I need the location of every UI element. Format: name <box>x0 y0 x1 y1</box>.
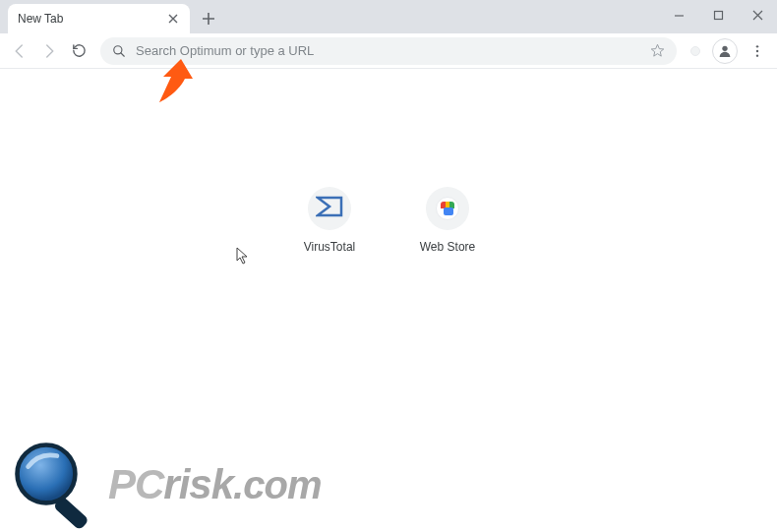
webstore-icon <box>436 197 459 220</box>
tab-title: New Tab <box>18 12 166 26</box>
close-window-button[interactable] <box>738 0 777 30</box>
kebab-menu-icon[interactable] <box>744 37 771 65</box>
search-icon <box>112 44 126 58</box>
maximize-button[interactable] <box>698 0 738 30</box>
svg-point-2 <box>722 45 727 50</box>
tab-strip: New Tab <box>0 0 777 33</box>
toolbar <box>0 33 777 69</box>
magnifier-icon <box>12 440 102 530</box>
shortcut-webstore[interactable]: Web Store <box>408 187 487 254</box>
bookmark-star-icon[interactable] <box>650 43 665 58</box>
new-tab-button[interactable] <box>196 6 221 31</box>
close-tab-icon[interactable] <box>166 12 180 26</box>
extension-indicator[interactable] <box>690 46 700 56</box>
reload-button[interactable] <box>65 37 92 65</box>
virustotal-icon <box>316 196 343 221</box>
svg-rect-0 <box>714 11 722 19</box>
shortcut-tile <box>426 187 469 230</box>
shortcuts-row: VirusTotal Web Store <box>290 187 487 254</box>
svg-point-5 <box>756 54 758 56</box>
back-button[interactable] <box>6 37 33 65</box>
browser-tab[interactable]: New Tab <box>8 4 190 33</box>
shortcut-tile <box>308 187 351 230</box>
address-bar[interactable] <box>100 37 677 65</box>
omnibox-input[interactable] <box>136 43 640 58</box>
svg-point-4 <box>756 49 758 51</box>
window-controls <box>659 0 777 30</box>
svg-point-3 <box>756 45 758 47</box>
mouse-cursor-icon <box>236 247 250 268</box>
shortcut-label: Web Store <box>408 240 487 254</box>
shortcut-virustotal[interactable]: VirusTotal <box>290 187 369 254</box>
watermark-text: PCrisk.com <box>108 461 321 508</box>
forward-button[interactable] <box>35 37 63 65</box>
profile-button[interactable] <box>712 38 738 64</box>
watermark: PCrisk.com <box>12 440 321 530</box>
shortcut-label: VirusTotal <box>290 240 369 254</box>
minimize-button[interactable] <box>659 0 698 30</box>
